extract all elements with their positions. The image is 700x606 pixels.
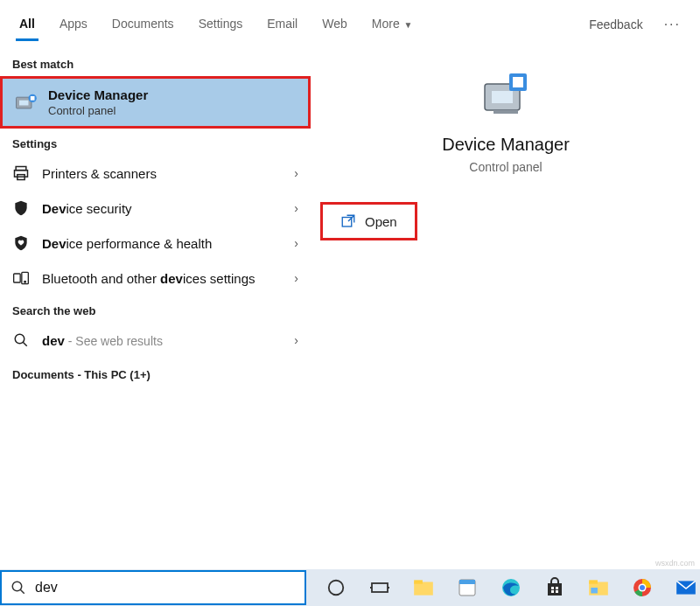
- taskbar-search[interactable]: [0, 570, 306, 605]
- task-view-icon[interactable]: [368, 575, 392, 600]
- settings-row-printers[interactable]: Printers & scanners ›: [0, 156, 311, 191]
- chevron-right-icon: ›: [294, 201, 298, 215]
- best-match-label: Best match: [0, 49, 311, 76]
- row-label: dev - See web results: [42, 333, 282, 348]
- store-icon[interactable]: [542, 575, 567, 600]
- more-options-icon[interactable]: ···: [659, 13, 686, 36]
- svg-point-39: [640, 585, 645, 590]
- settings-row-bluetooth[interactable]: Bluetooth and other devices settings ›: [0, 261, 311, 296]
- explorer-folder-icon[interactable]: [586, 575, 611, 600]
- svg-rect-33: [556, 590, 558, 593]
- chevron-down-icon: ▼: [402, 20, 413, 30]
- row-label: Printers & scanners: [42, 166, 282, 181]
- chevron-right-icon: ›: [294, 333, 298, 347]
- bluetooth-devices-icon: [12, 269, 30, 287]
- edge-icon[interactable]: [499, 575, 523, 600]
- preview-panel: Device Manager Control panel Open: [311, 42, 700, 569]
- shield-icon: [12, 199, 30, 217]
- open-button[interactable]: Open: [320, 202, 417, 240]
- filter-tabs: All Apps Documents Settings Email Web Mo…: [0, 0, 700, 42]
- svg-rect-30: [551, 587, 554, 589]
- search-icon: [10, 580, 26, 596]
- svg-line-19: [20, 589, 24, 594]
- watermark: wsxdn.com: [655, 559, 695, 568]
- device-manager-icon: [13, 90, 38, 115]
- cortana-icon[interactable]: [324, 575, 348, 600]
- svg-rect-3: [31, 96, 35, 101]
- feedback-link[interactable]: Feedback: [584, 10, 648, 38]
- svg-rect-15: [513, 77, 523, 87]
- tab-settings[interactable]: Settings: [186, 8, 256, 41]
- svg-rect-36: [591, 588, 598, 594]
- file-explorer-icon[interactable]: [411, 575, 436, 600]
- svg-line-11: [23, 342, 27, 346]
- settings-section-label: Settings: [0, 129, 311, 156]
- svg-rect-13: [492, 91, 513, 103]
- tab-documents[interactable]: Documents: [100, 8, 186, 41]
- svg-rect-25: [414, 580, 423, 583]
- chevron-right-icon: ›: [294, 166, 298, 180]
- svg-rect-29: [548, 583, 562, 596]
- svg-point-20: [329, 581, 344, 596]
- results-panel: Best match Device Manager Control panel …: [0, 42, 311, 569]
- device-manager-large-icon: [478, 66, 534, 122]
- settings-row-device-performance[interactable]: Device performance & health ›: [0, 226, 311, 261]
- row-label: Bluetooth and other devices settings: [42, 271, 282, 286]
- tab-email[interactable]: Email: [255, 8, 310, 41]
- search-input[interactable]: [35, 580, 296, 596]
- svg-rect-31: [556, 587, 558, 589]
- best-match-result[interactable]: Device Manager Control panel: [0, 76, 311, 129]
- svg-rect-1: [19, 101, 29, 106]
- printer-icon: [12, 164, 30, 182]
- svg-point-9: [24, 281, 26, 282]
- chrome-icon[interactable]: [630, 575, 654, 600]
- best-match-subtitle: Control panel: [48, 104, 148, 117]
- tab-all[interactable]: All: [7, 8, 47, 41]
- svg-rect-24: [414, 582, 433, 596]
- chevron-right-icon: ›: [294, 271, 298, 285]
- row-label: Device security: [42, 201, 282, 216]
- svg-rect-35: [589, 580, 598, 583]
- svg-rect-7: [14, 274, 21, 282]
- taskbar: [0, 569, 700, 606]
- tab-apps[interactable]: Apps: [47, 8, 100, 41]
- documents-section-label[interactable]: Documents - This PC (1+): [0, 358, 311, 392]
- svg-point-10: [15, 334, 24, 344]
- svg-rect-16: [494, 110, 518, 114]
- row-label: Device performance & health: [42, 236, 282, 251]
- tab-web[interactable]: Web: [310, 8, 360, 41]
- svg-point-18: [12, 582, 22, 591]
- preview-title: Device Manager: [320, 135, 691, 155]
- svg-rect-21: [372, 583, 388, 592]
- svg-rect-32: [551, 590, 554, 593]
- heart-shield-icon: [12, 234, 30, 252]
- tab-more[interactable]: More ▼: [360, 8, 425, 41]
- open-label: Open: [365, 214, 397, 229]
- open-icon: [340, 213, 356, 229]
- web-search-row[interactable]: dev - See web results ›: [0, 323, 311, 358]
- mail-icon[interactable]: [674, 575, 698, 600]
- app-icon[interactable]: [455, 575, 480, 600]
- search-icon: [12, 331, 30, 349]
- svg-rect-27: [459, 580, 475, 584]
- svg-rect-5: [15, 171, 28, 178]
- preview-subtitle: Control panel: [320, 160, 691, 174]
- search-web-label: Search the web: [0, 296, 311, 323]
- chevron-right-icon: ›: [294, 236, 298, 250]
- best-match-title: Device Manager: [48, 87, 148, 102]
- settings-row-device-security[interactable]: Device security ›: [0, 191, 311, 226]
